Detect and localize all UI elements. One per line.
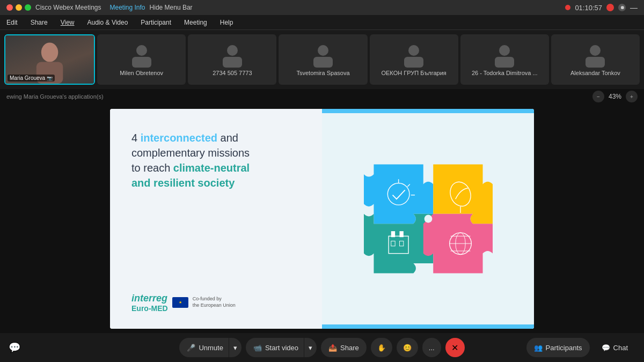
svg-point-0 — [41, 43, 58, 62]
toolbar-left-area: 💬 — [9, 342, 20, 353]
svg-rect-7 — [313, 57, 333, 68]
zoom-controls: − 43% + — [592, 91, 638, 102]
participant-name-tsvetomira: Tsvetomira Spasova — [294, 68, 352, 78]
participant-tile-oekon[interactable]: ОЕКОН ГРУП България — [370, 34, 458, 85]
menu-audio-video[interactable]: Audio & Video — [85, 18, 130, 27]
toolbar: 💬 🎤 Unmute ▾ 📹 Start video ▾ 📤 Share ✋ 😊… — [0, 333, 644, 362]
subtitle-icon: 💬 — [9, 342, 20, 353]
reactions-button[interactable]: 😊 — [397, 338, 418, 357]
participant-name-aleksandar: Aleksandar Tonkov — [568, 68, 623, 78]
camera-icon: 📷 — [47, 76, 53, 81]
main-content-area: 4 interconnected andcomplementary missio… — [0, 104, 644, 333]
svg-rect-11 — [495, 57, 514, 68]
meeting-timer: 01:10:57 — [575, 4, 602, 12]
chat-icon: 💬 — [602, 344, 610, 352]
hand-icon: ✋ — [377, 344, 386, 352]
puzzle-graphic — [364, 154, 493, 283]
avatar-phone — [216, 41, 248, 68]
slide-title-highlight1: interconnected — [141, 132, 217, 144]
slide-right — [322, 109, 534, 329]
chat-button[interactable]: 💬 Chat — [594, 338, 635, 357]
viewing-label: ewing Maria Groueva's application(s) — [6, 93, 104, 100]
app-title: Cisco Webex Meetings — [35, 4, 101, 11]
window-minimize-btn[interactable]: — — [630, 3, 638, 12]
record-icon: ⏺ — [618, 4, 626, 11]
participant-name-milen: Milen Obretenov — [118, 68, 165, 78]
avatar-milen — [126, 41, 158, 68]
eu-flag-icon: ★ — [172, 297, 188, 308]
zoom-in-button[interactable]: + — [626, 91, 638, 102]
meeting-info-button[interactable]: Meeting Info — [110, 4, 145, 11]
minimize-window-button[interactable] — [16, 4, 22, 11]
title-bar-left: Cisco Webex Meetings Meeting Info Hide M… — [6, 4, 193, 11]
mute-icon: 🎤 — [187, 344, 195, 352]
unmute-chevron[interactable]: ▾ — [229, 338, 241, 357]
svg-point-10 — [499, 45, 510, 56]
slide-footer: interreg Euro-MED ★ Co-funded bythe Euro… — [131, 293, 306, 313]
participant-tile-tsvetomira[interactable]: Tsvetomira Spasova — [279, 34, 367, 85]
emoji-icon: 😊 — [403, 344, 412, 352]
close-window-button[interactable] — [6, 4, 13, 11]
video-chevron[interactable]: ▾ — [304, 338, 317, 357]
recording-indicator — [565, 5, 570, 10]
share-icon: 📤 — [328, 344, 337, 352]
avatar-todorka — [488, 41, 521, 68]
svg-point-8 — [408, 45, 419, 56]
menu-view[interactable]: View — [58, 18, 77, 27]
participant-tile-todorka[interactable]: 26 - Todorka Dimitrova ... — [460, 34, 549, 85]
zoom-out-button[interactable]: − — [592, 91, 604, 102]
slide-title-prefix: 4 — [131, 132, 141, 144]
unmute-button-group: 🎤 Unmute ▾ — [179, 338, 241, 357]
participants-button[interactable]: 👥 Participants — [526, 338, 590, 357]
traffic-lights — [6, 4, 31, 11]
slide-left: 4 interconnected andcomplementary missio… — [110, 109, 322, 329]
svg-rect-13 — [586, 57, 605, 68]
video-icon: 📹 — [253, 344, 262, 352]
viewing-bar: ewing Maria Groueva's application(s) − 4… — [0, 89, 644, 104]
more-options-button[interactable]: ... — [422, 338, 441, 357]
presentation-slide: 4 interconnected andcomplementary missio… — [110, 109, 534, 329]
avatar-aleksandar — [579, 41, 611, 68]
hand-raise-button[interactable]: ✋ — [371, 338, 392, 357]
menu-share[interactable]: Share — [28, 18, 50, 27]
svg-rect-3 — [132, 57, 151, 68]
svg-point-4 — [227, 45, 238, 56]
share-button[interactable]: 📤 Share — [321, 338, 367, 357]
menu-bar: Edit Share View Audio & Video Participan… — [0, 15, 644, 30]
video-button-group: 📹 Start video ▾ — [246, 338, 317, 357]
interreg-brand: interreg — [131, 293, 168, 304]
menu-meeting[interactable]: Meeting — [182, 18, 209, 27]
slide-accent-bottom — [322, 324, 534, 329]
participant-tile-phone[interactable]: 2734 505 7773 — [188, 34, 276, 85]
maximize-window-button[interactable] — [25, 4, 31, 11]
participant-tile-maria[interactable]: Maria Groueva 📷 — [4, 34, 95, 85]
cofunded-label: Co-funded bythe European Union — [193, 296, 236, 308]
participant-name-todorka: 26 - Todorka Dimitrova ... — [470, 68, 540, 78]
start-video-button[interactable]: 📹 Start video — [246, 338, 304, 357]
svg-point-30 — [424, 215, 432, 223]
hide-menu-bar-button[interactable]: Hide Menu Bar — [150, 4, 193, 11]
euro-med-label: Euro-MED — [131, 304, 168, 313]
svg-rect-21 — [391, 231, 394, 237]
unmute-button[interactable]: 🎤 Unmute — [179, 338, 229, 357]
menu-edit[interactable]: Edit — [4, 18, 20, 27]
avatar-tsvetomira — [307, 41, 339, 68]
svg-point-12 — [590, 45, 601, 56]
menu-participant[interactable]: Participant — [138, 18, 173, 27]
end-call-button[interactable]: ✕ — [445, 338, 465, 357]
menu-help[interactable]: Help — [218, 18, 236, 27]
svg-rect-22 — [399, 231, 403, 237]
interreg-logo: interreg Euro-MED — [131, 293, 168, 313]
toolbar-right: 👥 Participants 💬 Chat — [526, 338, 635, 357]
end-call-icon: ✕ — [451, 343, 458, 353]
participant-tile-milen[interactable]: Milen Obretenov — [97, 34, 186, 85]
participants-icon: 👥 — [534, 344, 543, 352]
participant-tile-aleksandar[interactable]: Aleksandar Tonkov — [551, 34, 640, 85]
participant-name-maria: Maria Groueva 📷 — [8, 75, 55, 82]
participant-name-oekon: ОЕКОН ГРУП България — [379, 68, 448, 78]
svg-point-2 — [136, 45, 147, 56]
title-bar: Cisco Webex Meetings Meeting Info Hide M… — [0, 0, 644, 15]
svg-rect-9 — [404, 57, 423, 68]
status-indicator — [606, 4, 614, 11]
avatar-oekon — [398, 41, 430, 68]
